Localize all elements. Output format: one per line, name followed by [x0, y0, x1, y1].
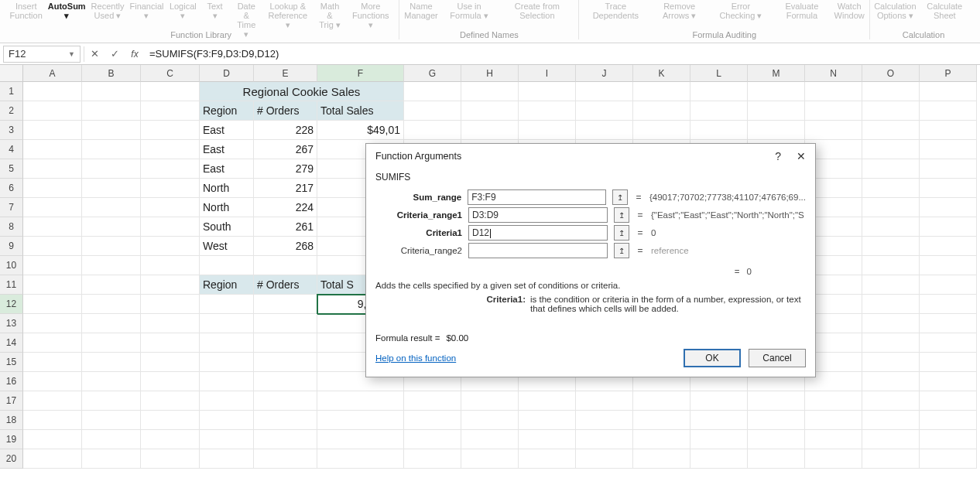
cell[interactable] — [690, 449, 748, 469]
cell[interactable] — [141, 314, 200, 333]
column-header[interactable]: B — [82, 65, 141, 82]
ribbon-button[interactable]: Error Checking ▾ — [711, 0, 769, 22]
cell[interactable] — [141, 82, 200, 101]
ribbon-button[interactable]: Name Manager — [404, 0, 438, 22]
cell[interactable] — [254, 430, 317, 449]
cell[interactable] — [23, 275, 82, 295]
cell[interactable] — [254, 449, 317, 469]
cell[interactable] — [633, 430, 690, 449]
cell[interactable] — [254, 353, 317, 372]
cancel-button[interactable]: Cancel — [749, 349, 806, 367]
argument-input[interactable]: D3:D9 — [468, 207, 608, 223]
cell[interactable] — [862, 256, 920, 275]
cell[interactable] — [690, 411, 748, 430]
cell[interactable] — [920, 217, 977, 237]
cell[interactable] — [920, 179, 977, 198]
cell[interactable] — [920, 198, 977, 217]
column-header[interactable]: A — [23, 65, 82, 82]
cell[interactable] — [748, 449, 805, 469]
cell[interactable] — [200, 295, 254, 314]
range-picker-icon[interactable]: ↥ — [614, 243, 629, 258]
column-header[interactable]: O — [862, 65, 920, 82]
cell[interactable] — [82, 314, 141, 333]
cell[interactable] — [748, 82, 805, 101]
column-header[interactable]: F — [317, 65, 404, 82]
cell[interactable] — [82, 430, 141, 449]
select-all-corner[interactable] — [0, 65, 23, 82]
cell[interactable] — [23, 333, 82, 353]
cell[interactable] — [404, 121, 461, 140]
cell[interactable] — [200, 314, 254, 333]
cell[interactable] — [141, 121, 200, 140]
cell[interactable] — [200, 333, 254, 353]
cell[interactable] — [317, 391, 404, 411]
cell[interactable] — [254, 333, 317, 353]
formula-input[interactable]: =SUMIFS(F3:F9,D3:D9,D12) — [145, 46, 980, 63]
cell[interactable] — [690, 391, 748, 411]
cell[interactable] — [805, 82, 862, 101]
cell[interactable] — [576, 449, 633, 469]
cell[interactable] — [862, 217, 920, 237]
cell[interactable] — [82, 82, 141, 101]
cell[interactable] — [920, 314, 977, 333]
cell[interactable]: Region — [200, 275, 254, 295]
cell[interactable] — [82, 159, 141, 179]
cell[interactable] — [862, 430, 920, 449]
cell[interactable]: 224 — [254, 198, 317, 217]
cell[interactable] — [82, 217, 141, 237]
close-icon[interactable]: ✕ — [797, 150, 806, 162]
cell[interactable] — [200, 353, 254, 372]
cell[interactable] — [920, 82, 977, 101]
cell[interactable] — [82, 391, 141, 411]
cell[interactable] — [141, 372, 200, 391]
cell[interactable] — [748, 391, 805, 411]
row-header[interactable]: 18 — [0, 411, 23, 430]
dialog-titlebar[interactable]: Function Arguments ? ✕ — [366, 144, 815, 169]
cell[interactable] — [576, 411, 633, 430]
cell[interactable] — [690, 121, 748, 140]
row-header[interactable]: 11 — [0, 275, 23, 295]
row-header[interactable]: 19 — [0, 430, 23, 449]
row-header[interactable]: 6 — [0, 179, 23, 198]
cell[interactable] — [404, 101, 461, 121]
cell[interactable] — [862, 353, 920, 372]
column-header[interactable]: G — [404, 65, 461, 82]
cell[interactable] — [141, 275, 200, 295]
row-header[interactable]: 9 — [0, 237, 23, 256]
ribbon-button[interactable]: Use in Formula ▾ — [440, 0, 499, 22]
cell[interactable] — [920, 140, 977, 159]
cell[interactable] — [920, 121, 977, 140]
row-header[interactable]: 3 — [0, 121, 23, 140]
cell[interactable] — [920, 256, 977, 275]
row-header[interactable]: 4 — [0, 140, 23, 159]
row-header[interactable]: 10 — [0, 256, 23, 275]
cell[interactable] — [633, 411, 690, 430]
cell[interactable]: 267 — [254, 140, 317, 159]
cell[interactable] — [920, 391, 977, 411]
column-header[interactable]: J — [576, 65, 633, 82]
argument-input[interactable] — [468, 243, 608, 258]
cell[interactable] — [862, 314, 920, 333]
column-header[interactable]: D — [200, 65, 254, 82]
cell[interactable] — [519, 101, 576, 121]
cell[interactable] — [404, 449, 461, 469]
cell[interactable] — [317, 449, 404, 469]
cell[interactable] — [23, 295, 82, 314]
cell[interactable] — [200, 372, 254, 391]
column-header[interactable]: M — [748, 65, 805, 82]
cell[interactable] — [200, 391, 254, 411]
cell[interactable] — [82, 179, 141, 198]
cell[interactable] — [862, 295, 920, 314]
cell[interactable] — [82, 121, 141, 140]
row-header[interactable]: 5 — [0, 159, 23, 179]
cell[interactable] — [576, 101, 633, 121]
cell[interactable] — [862, 121, 920, 140]
cell[interactable] — [23, 411, 82, 430]
cell[interactable] — [23, 372, 82, 391]
cell[interactable] — [690, 430, 748, 449]
cell[interactable] — [862, 391, 920, 411]
cell[interactable] — [23, 198, 82, 217]
cell[interactable] — [862, 82, 920, 101]
cell[interactable] — [862, 140, 920, 159]
cell[interactable] — [141, 140, 200, 159]
